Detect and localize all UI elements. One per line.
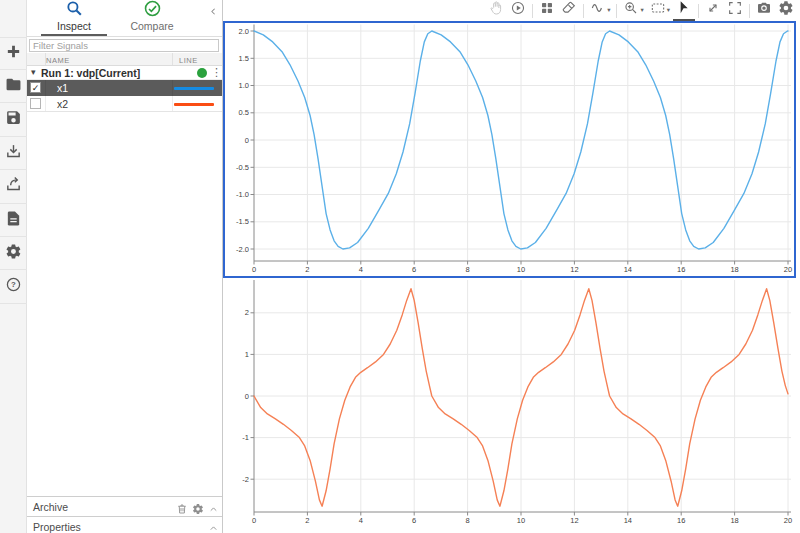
- run-status-dot: [197, 68, 207, 78]
- svg-text:20: 20: [784, 516, 792, 525]
- run-menu-kebab-icon[interactable]: ⋮: [211, 66, 222, 79]
- add-icon: [5, 43, 22, 64]
- pan-button[interactable]: [485, 0, 507, 21]
- save-button[interactable]: [0, 104, 27, 137]
- expand-diagonal-button[interactable]: [702, 0, 724, 21]
- signal-name-x2: x2: [57, 98, 68, 110]
- import-button[interactable]: [0, 137, 27, 170]
- save-icon: [5, 109, 22, 130]
- archive-panel-header[interactable]: Archive: [27, 496, 222, 516]
- svg-text:0: 0: [252, 516, 256, 525]
- svg-text:6: 6: [412, 265, 416, 274]
- checkbox-x1[interactable]: ✓: [30, 82, 41, 93]
- toolbar-separator: [749, 4, 750, 18]
- svg-text:18: 18: [730, 265, 738, 274]
- filter-signals-input[interactable]: [29, 39, 219, 52]
- open-folder-button[interactable]: [0, 70, 27, 103]
- import-icon: [5, 143, 22, 164]
- app-toolstrip: ?: [0, 0, 27, 533]
- signal-row-x2[interactable]: x2: [27, 96, 222, 112]
- archive-label: Archive: [33, 501, 68, 513]
- preferences-icon: [5, 243, 22, 264]
- camera-icon: [756, 0, 772, 20]
- plot-settings-button[interactable]: [775, 0, 797, 21]
- eraser-button[interactable]: [558, 0, 580, 21]
- toolbar-separator: [583, 4, 584, 18]
- eraser-icon: [561, 0, 577, 20]
- fit-to-view-button[interactable]: ▾: [647, 0, 673, 21]
- zoom-in-button[interactable]: ▾: [620, 0, 646, 21]
- svg-text:2: 2: [245, 308, 249, 317]
- plot-panel-x1[interactable]: 024681012141618202.01.51.00.50-0.5-1.0-1…: [223, 21, 796, 278]
- svg-text:2: 2: [305, 516, 309, 525]
- cursor-arrow-icon: [676, 0, 692, 20]
- properties-panel-header[interactable]: Properties: [27, 516, 222, 533]
- svg-text:?: ?: [11, 280, 16, 289]
- signal-wave-icon: [590, 0, 606, 20]
- tab-compare-label: Compare: [130, 20, 173, 32]
- line-swatch-x2[interactable]: [174, 103, 214, 106]
- svg-text:-1: -1: [242, 433, 249, 442]
- camera-button[interactable]: [753, 0, 775, 21]
- fullscreen-icon: [727, 0, 743, 20]
- svg-text:-0.5: -0.5: [236, 163, 249, 172]
- zoom-in-icon: [623, 0, 639, 20]
- svg-text:14: 14: [624, 516, 632, 525]
- line-swatch-x1[interactable]: [174, 87, 214, 90]
- replay-button[interactable]: [507, 0, 529, 21]
- svg-text:16: 16: [677, 516, 685, 525]
- check-circle-icon: [143, 0, 162, 18]
- fullscreen-button[interactable]: [724, 0, 746, 21]
- svg-text:14: 14: [624, 265, 632, 274]
- toolbar-separator: [616, 4, 617, 18]
- svg-text:12: 12: [570, 516, 578, 525]
- pan-icon: [488, 0, 504, 20]
- report-icon: [5, 210, 22, 231]
- tab-compare[interactable]: Compare: [119, 0, 185, 36]
- fit-to-view-icon: [650, 0, 666, 20]
- chevron-down-icon[interactable]: ▾: [667, 6, 670, 14]
- svg-text:-2: -2: [242, 475, 249, 484]
- expand-diagonal-icon: [705, 0, 721, 20]
- svg-text:0: 0: [252, 265, 256, 274]
- svg-text:1.5: 1.5: [239, 54, 249, 63]
- preferences-button[interactable]: [0, 237, 27, 270]
- chevron-down-icon[interactable]: ▾: [640, 6, 643, 14]
- svg-text:12: 12: [570, 265, 578, 274]
- plot-toolbar: ▾▾▾: [224, 0, 800, 21]
- toolbar-separator: [532, 4, 533, 18]
- svg-text:6: 6: [412, 516, 416, 525]
- run-label: Run 1: vdp[Current]: [41, 67, 140, 79]
- svg-text:0.5: 0.5: [239, 108, 249, 117]
- run-row[interactable]: ▾ Run 1: vdp[Current] ⋮: [27, 66, 222, 80]
- cursor-arrow-button[interactable]: [673, 0, 695, 21]
- replay-icon: [510, 0, 526, 20]
- plot-settings-icon: [778, 0, 794, 20]
- simulation-data-inspector-window: ? Inspect Compare NAME: [0, 0, 800, 533]
- layout-grid-button[interactable]: [536, 0, 558, 21]
- checkbox-x2[interactable]: [30, 98, 41, 109]
- signal-plot-x1[interactable]: 024681012141618202.01.51.00.50-0.5-1.0-1…: [225, 23, 794, 276]
- svg-text:16: 16: [677, 265, 685, 274]
- signal-wave-button[interactable]: ▾: [587, 0, 613, 21]
- caret-down-icon[interactable]: ▾: [31, 67, 36, 77]
- svg-text:10: 10: [517, 265, 525, 274]
- signal-row-x1[interactable]: ✓ x1: [27, 80, 222, 96]
- properties-chevron-up-icon[interactable]: [208, 520, 219, 533]
- plot-panel-x2[interactable]: 02468101214161820210-1-2: [223, 278, 796, 533]
- tab-inspect[interactable]: Inspect: [41, 0, 107, 36]
- svg-text:-2.0: -2.0: [236, 245, 249, 254]
- add-button[interactable]: [0, 37, 27, 70]
- export-button[interactable]: [0, 171, 27, 204]
- chevron-left-icon[interactable]: [208, 3, 219, 21]
- svg-text:20: 20: [784, 265, 792, 274]
- signal-plot-x2[interactable]: 02468101214161820210-1-2: [225, 280, 794, 531]
- export-icon: [5, 176, 22, 197]
- chevron-down-icon[interactable]: ▾: [607, 6, 610, 14]
- svg-text:-1.5: -1.5: [236, 217, 249, 226]
- open-folder-icon: [5, 76, 22, 97]
- help-button[interactable]: ?: [0, 271, 27, 304]
- report-button[interactable]: [0, 204, 27, 237]
- search-icon: [65, 0, 84, 18]
- sidebar: Inspect Compare NAME LINE ▾ Run 1: vdp[C…: [27, 0, 223, 533]
